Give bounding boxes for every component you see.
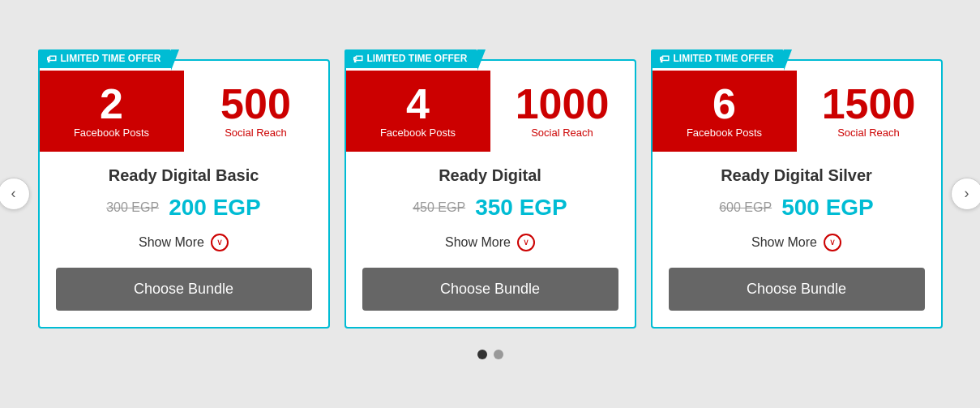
plan-name-standard: Ready Digital xyxy=(439,166,541,185)
chevron-down-icon-silver: ∨ xyxy=(824,234,841,251)
old-price-basic: 300 EGP xyxy=(106,200,159,215)
plan-name-silver: Ready Digital Silver xyxy=(721,166,872,185)
badge-text-basic: LIMITED TIME OFFER xyxy=(61,53,161,64)
card-header-basic: 2 Facebook Posts 500 Social Reach xyxy=(40,71,328,152)
chevron-down-icon-standard: ∨ xyxy=(517,234,535,251)
facebook-label-standard: Facebook Posts xyxy=(380,127,456,139)
show-more-button-silver[interactable]: Show More ∨ xyxy=(751,234,841,251)
facebook-label-silver: Facebook Posts xyxy=(687,127,762,139)
limited-badge-silver: 🏷 LIMITED TIME OFFER xyxy=(651,49,784,68)
facebook-count-silver: 6 xyxy=(713,83,736,125)
show-more-label-standard: Show More xyxy=(445,235,511,250)
facebook-section-standard: 4 Facebook Posts xyxy=(346,71,490,152)
plan-name-basic: Ready Digital Basic xyxy=(109,166,259,185)
new-price-standard: 350 EGP xyxy=(475,195,567,221)
old-price-silver: 600 EGP xyxy=(719,200,772,215)
badge-icon-basic: 🏷 xyxy=(46,53,57,65)
show-more-label-basic: Show More xyxy=(139,235,204,250)
limited-badge-basic: 🏷 LIMITED TIME OFFER xyxy=(38,49,171,68)
facebook-count-basic: 2 xyxy=(100,83,123,125)
social-reach-section-silver: 1500 Social Reach xyxy=(797,71,941,152)
cards-container: 🏷 LIMITED TIME OFFER 2 Facebook Posts 50… xyxy=(38,59,943,329)
social-reach-section-basic: 500 Social Reach xyxy=(184,71,328,152)
facebook-section-silver: 6 Facebook Posts xyxy=(653,71,797,152)
facebook-section-basic: 2 Facebook Posts xyxy=(40,71,184,152)
card-basic: 🏷 LIMITED TIME OFFER 2 Facebook Posts 50… xyxy=(38,59,330,329)
old-price-standard: 450 EGP xyxy=(413,200,465,215)
show-more-button-standard[interactable]: Show More ∨ xyxy=(445,234,535,251)
choose-bundle-button-basic[interactable]: Choose Bundle xyxy=(56,268,312,311)
card-standard: 🏷 LIMITED TIME OFFER 4 Facebook Posts 10… xyxy=(344,59,636,329)
social-reach-count-standard: 1000 xyxy=(516,83,610,125)
facebook-label-basic: Facebook Posts xyxy=(74,127,149,139)
prev-button[interactable]: ‹ xyxy=(0,178,30,210)
dot-0[interactable] xyxy=(477,350,487,359)
badge-icon-standard: 🏷 xyxy=(353,53,363,65)
social-reach-label-standard: Social Reach xyxy=(531,127,593,139)
pagination-dots xyxy=(477,350,503,359)
pricing-basic: 300 EGP 200 EGP xyxy=(106,195,261,221)
new-price-silver: 500 EGP xyxy=(781,195,874,221)
card-body-silver: Ready Digital Silver 600 EGP 500 EGP Sho… xyxy=(653,152,941,327)
badge-text-silver: LIMITED TIME OFFER xyxy=(674,53,774,64)
social-reach-label-basic: Social Reach xyxy=(225,127,287,139)
badge-icon-silver: 🏷 xyxy=(659,53,670,65)
chevron-down-icon-basic: ∨ xyxy=(211,234,229,251)
pricing-standard: 450 EGP 350 EGP xyxy=(413,195,567,221)
dot-1[interactable] xyxy=(494,350,503,359)
choose-bundle-button-standard[interactable]: Choose Bundle xyxy=(362,268,618,311)
pricing-silver: 600 EGP 500 EGP xyxy=(719,195,874,221)
social-reach-count-silver: 1500 xyxy=(822,83,916,125)
new-price-basic: 200 EGP xyxy=(169,195,261,221)
badge-text-standard: LIMITED TIME OFFER xyxy=(367,53,468,64)
social-reach-section-standard: 1000 Social Reach xyxy=(490,71,635,152)
carousel-wrapper: ‹ 🏷 LIMITED TIME OFFER 2 Facebook Posts … xyxy=(0,43,980,337)
card-body-basic: Ready Digital Basic 300 EGP 200 EGP Show… xyxy=(40,152,328,327)
social-reach-label-silver: Social Reach xyxy=(837,127,900,139)
facebook-count-standard: 4 xyxy=(406,83,430,125)
card-header-standard: 4 Facebook Posts 1000 Social Reach xyxy=(346,71,635,152)
show-more-label-silver: Show More xyxy=(751,235,817,250)
next-button[interactable]: › xyxy=(951,178,981,210)
show-more-button-basic[interactable]: Show More ∨ xyxy=(139,234,229,251)
social-reach-count-basic: 500 xyxy=(220,83,291,125)
card-header-silver: 6 Facebook Posts 1500 Social Reach xyxy=(653,71,941,152)
choose-bundle-button-silver[interactable]: Choose Bundle xyxy=(669,268,925,311)
card-silver: 🏷 LIMITED TIME OFFER 6 Facebook Posts 15… xyxy=(651,59,943,329)
limited-badge-standard: 🏷 LIMITED TIME OFFER xyxy=(344,49,477,68)
card-body-standard: Ready Digital 450 EGP 350 EGP Show More … xyxy=(346,152,635,327)
